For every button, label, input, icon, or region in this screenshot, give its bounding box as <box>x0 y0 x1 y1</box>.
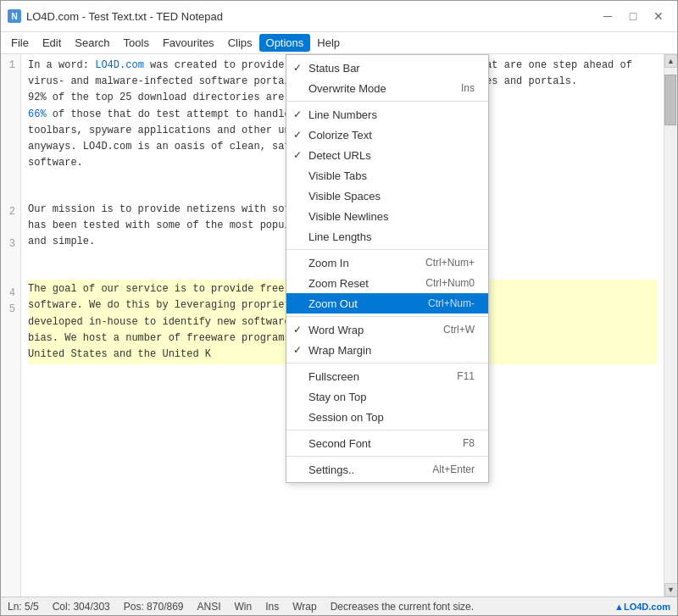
wrap-margin-label: Wrap Margin <box>308 344 458 357</box>
menu-item-zoom-reset[interactable]: Zoom Reset Ctrl+Num0 <box>286 273 488 293</box>
overwrite-mode-label: Overwrite Mode <box>308 82 444 95</box>
status-col: Col: 304/303 <box>53 601 110 613</box>
zoom-in-label: Zoom In <box>308 257 408 269</box>
check-colorize-text: ✓ <box>293 129 308 141</box>
dropdown-overlay[interactable]: ✓ Status Bar Overwrite Mode Ins ✓ Line N… <box>1 54 677 597</box>
second-font-shortcut: F8 <box>463 437 475 449</box>
menu-help[interactable]: Help <box>310 34 347 52</box>
menu-item-line-numbers[interactable]: ✓ Line Numbers <box>286 104 488 125</box>
menu-item-session-on-top[interactable]: Session on Top <box>286 407 488 427</box>
title-bar: N LO4D.com - Test Text.txt - TED Notepad… <box>1 1 677 32</box>
menu-item-zoom-out[interactable]: Zoom Out Ctrl+Num- <box>286 293 488 314</box>
overwrite-mode-shortcut: Ins <box>461 82 475 94</box>
status-encoding: ANSI <box>197 601 221 613</box>
menu-item-status-bar[interactable]: ✓ Status Bar <box>286 58 488 78</box>
line-numbers-label: Line Numbers <box>308 108 458 121</box>
status-mode: Ins <box>265 601 279 613</box>
menu-options[interactable]: Options <box>259 34 311 52</box>
check-status-bar: ✓ <box>293 62 308 74</box>
close-button[interactable]: ✕ <box>647 6 670 26</box>
menu-item-detect-urls[interactable]: ✓ Detect URLs <box>286 145 488 165</box>
menu-favourites[interactable]: Favourites <box>156 34 221 52</box>
status-hint: Decreases the current font size. <box>331 601 474 613</box>
menu-item-visible-spaces[interactable]: Visible Spaces <box>286 186 488 206</box>
check-line-numbers: ✓ <box>293 108 308 120</box>
title-bar-left: N LO4D.com - Test Text.txt - TED Notepad <box>8 9 223 23</box>
status-wrap: Wrap <box>292 601 316 613</box>
menu-file[interactable]: File <box>4 34 36 52</box>
minimize-button[interactable]: ─ <box>596 6 620 26</box>
status-bar-label: Status Bar <box>308 62 458 75</box>
menu-item-second-font[interactable]: Second Font F8 <box>286 433 488 453</box>
fullscreen-label: Fullscreen <box>308 370 440 383</box>
separator-4 <box>286 363 488 363</box>
menu-edit[interactable]: Edit <box>36 34 68 52</box>
line-lengths-label: Line Lengths <box>308 230 458 243</box>
visible-tabs-label: Visible Tabs <box>308 169 458 182</box>
window-controls: ─ □ ✕ <box>596 6 670 26</box>
menu-item-visible-tabs[interactable]: Visible Tabs <box>286 165 488 186</box>
check-word-wrap: ✓ <box>293 324 308 336</box>
separator-1 <box>286 101 488 102</box>
maximize-button[interactable]: □ <box>621 6 645 26</box>
menu-item-stay-on-top[interactable]: Stay on Top <box>286 386 488 407</box>
menu-item-colorize-text[interactable]: ✓ Colorize Text <box>286 125 488 145</box>
lo4d-logo: ▲LO4D.com <box>614 602 670 612</box>
menu-tools[interactable]: Tools <box>117 34 156 52</box>
options-dropdown-menu: ✓ Status Bar Overwrite Mode Ins ✓ Line N… <box>286 54 489 483</box>
menu-item-wrap-margin[interactable]: ✓ Wrap Margin <box>286 340 488 360</box>
menu-search[interactable]: Search <box>68 34 116 52</box>
menu-item-visible-newlines[interactable]: Visible Newlines <box>286 206 488 226</box>
second-font-label: Second Font <box>308 437 446 450</box>
settings-label: Settings.. <box>308 463 415 476</box>
visible-spaces-label: Visible Spaces <box>308 190 458 203</box>
status-os: Win <box>235 601 253 613</box>
visible-newlines-label: Visible Newlines <box>308 210 458 223</box>
main-area: 1 2 3 4 5 In a word: LO4D.com was <box>1 54 677 597</box>
zoom-out-label: Zoom Out <box>308 297 411 310</box>
detect-urls-label: Detect URLs <box>308 149 458 162</box>
menu-item-overwrite-mode[interactable]: Overwrite Mode Ins <box>286 78 488 98</box>
check-detect-urls: ✓ <box>293 149 308 161</box>
separator-5 <box>286 430 488 430</box>
status-right: ▲LO4D.com <box>614 602 670 612</box>
menu-item-word-wrap[interactable]: ✓ Word Wrap Ctrl+W <box>286 319 488 340</box>
stay-on-top-label: Stay on Top <box>308 391 458 403</box>
fullscreen-shortcut: F11 <box>457 370 475 382</box>
app-icon: N <box>8 9 21 23</box>
settings-shortcut: Alt+Enter <box>432 463 475 475</box>
word-wrap-label: Word Wrap <box>308 324 426 336</box>
zoom-in-shortcut: Ctrl+Num+ <box>425 257 475 269</box>
zoom-reset-label: Zoom Reset <box>308 277 408 290</box>
separator-3 <box>286 316 488 317</box>
word-wrap-shortcut: Ctrl+W <box>443 324 475 336</box>
status-line-col: Ln: 5/5 <box>8 601 39 613</box>
window-title: LO4D.com - Test Text.txt - TED Notepad <box>26 10 223 23</box>
menu-clips[interactable]: Clips <box>221 34 259 52</box>
status-bar: Ln: 5/5 Col: 304/303 Pos: 870/869 ANSI W… <box>1 597 677 615</box>
menu-item-settings[interactable]: Settings.. Alt+Enter <box>286 459 488 480</box>
separator-2 <box>286 249 488 250</box>
status-pos: Pos: 870/869 <box>124 601 184 613</box>
zoom-reset-shortcut: Ctrl+Num0 <box>425 277 475 289</box>
colorize-text-label: Colorize Text <box>308 129 458 142</box>
menu-bar: File Edit Search Tools Favourites Clips … <box>1 32 677 54</box>
menu-item-fullscreen[interactable]: Fullscreen F11 <box>286 366 488 386</box>
menu-item-line-lengths[interactable]: Line Lengths <box>286 226 488 247</box>
menu-item-zoom-in[interactable]: Zoom In Ctrl+Num+ <box>286 253 488 273</box>
check-wrap-margin: ✓ <box>293 344 308 356</box>
main-window: N LO4D.com - Test Text.txt - TED Notepad… <box>0 0 678 616</box>
separator-6 <box>286 456 488 457</box>
zoom-out-shortcut: Ctrl+Num- <box>428 297 475 309</box>
session-on-top-label: Session on Top <box>308 411 458 424</box>
